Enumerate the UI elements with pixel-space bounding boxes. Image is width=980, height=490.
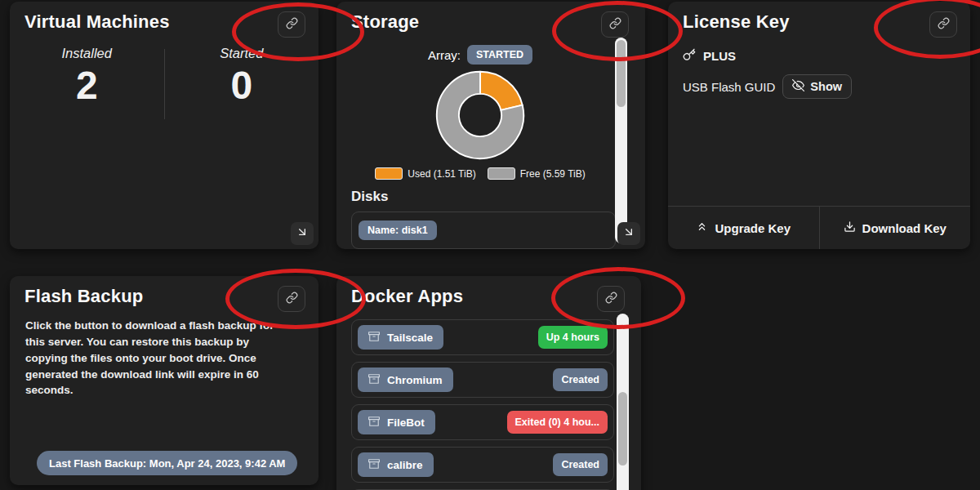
docker-apps-link-button[interactable] bbox=[597, 286, 625, 312]
vm-started-label: Started bbox=[165, 46, 319, 61]
docker-apps-card: Docker Apps Tailscale Up 4 hours Chromiu… bbox=[336, 276, 641, 490]
array-status-badge: STARTED bbox=[467, 45, 532, 65]
docker-app-status-badge: Exited (0) 4 hou... bbox=[507, 411, 608, 434]
docker-app-name: FileBot bbox=[387, 416, 425, 429]
storage-link-button[interactable] bbox=[601, 11, 629, 38]
arrow-down-right-icon bbox=[296, 225, 309, 242]
key-icon bbox=[683, 48, 696, 64]
container-icon bbox=[368, 458, 380, 472]
docker-app-row: Tailscale Up 4 hours bbox=[351, 319, 614, 355]
download-key-label: Download Key bbox=[862, 221, 947, 235]
virtual-machines-title: Virtual Machines bbox=[24, 11, 170, 33]
eye-off-icon bbox=[792, 79, 804, 94]
docker-app-status-badge: Created bbox=[553, 453, 608, 476]
docker-apps-title: Docker Apps bbox=[351, 286, 463, 307]
license-key-title: License Key bbox=[683, 11, 790, 33]
storage-resize-handle[interactable] bbox=[617, 222, 640, 245]
vm-installed-value: 2 bbox=[10, 66, 164, 105]
docker-apps-list: Tailscale Up 4 hours Chromium Created Fi… bbox=[351, 319, 614, 490]
disk-row: Name: disk1 bbox=[351, 212, 616, 249]
link-icon bbox=[605, 292, 617, 306]
flash-backup-title: Flash Backup bbox=[24, 286, 143, 307]
guid-label: USB Flash GUID bbox=[683, 80, 775, 94]
vm-resize-handle[interactable] bbox=[291, 222, 314, 245]
vm-installed-label: Installed bbox=[10, 46, 164, 61]
chevrons-up-icon bbox=[696, 220, 708, 235]
legend-used-swatch bbox=[375, 167, 403, 180]
storage-donut-chart bbox=[336, 68, 624, 166]
donut-used-slice bbox=[480, 72, 523, 110]
legend-free-swatch bbox=[488, 167, 515, 180]
array-label: Array: bbox=[428, 48, 461, 62]
vm-installed-column: Installed 2 bbox=[10, 46, 164, 119]
docker-app-chromium[interactable]: Chromium bbox=[358, 368, 453, 392]
flash-backup-description: Click the button to download a flash bac… bbox=[25, 318, 286, 399]
docker-app-status-badge: Created bbox=[553, 368, 608, 391]
legend-free-label: Free (5.59 TiB) bbox=[520, 168, 586, 180]
link-icon bbox=[938, 17, 950, 32]
virtual-machines-card: Virtual Machines Installed 2 Started 0 bbox=[10, 2, 318, 249]
upgrade-key-label: Upgrade Key bbox=[715, 221, 791, 235]
docker-app-tailscale[interactable]: Tailscale bbox=[358, 325, 443, 350]
vm-started-value: 0 bbox=[165, 66, 319, 105]
docker-app-name: Tailscale bbox=[387, 332, 433, 344]
link-icon bbox=[286, 17, 298, 32]
docker-app-row: FileBot Exited (0) 4 hou... bbox=[351, 404, 614, 440]
show-button-label: Show bbox=[810, 80, 842, 93]
download-key-button[interactable]: Download Key bbox=[819, 207, 971, 249]
flash-backup-link-button[interactable] bbox=[278, 286, 305, 312]
docker-scrollbar-thumb[interactable] bbox=[618, 392, 627, 466]
docker-app-calibre[interactable]: calibre bbox=[358, 452, 434, 477]
container-icon bbox=[368, 331, 380, 345]
disk-name-badge: Name: disk1 bbox=[359, 220, 437, 240]
last-flash-backup-badge: Last Flash Backup: Mon, Apr 24, 2023, 9:… bbox=[37, 451, 297, 475]
docker-app-status-badge: Up 4 hours bbox=[538, 326, 608, 349]
docker-app-name: calibre bbox=[387, 459, 423, 471]
docker-app-row: Chromium Created bbox=[351, 362, 614, 398]
license-tier-label: PLUS bbox=[703, 49, 736, 63]
disks-heading: Disks bbox=[351, 189, 645, 205]
flash-backup-card: Flash Backup Click the button to downloa… bbox=[10, 276, 318, 485]
docker-app-name: Chromium bbox=[387, 374, 443, 386]
download-icon bbox=[844, 220, 856, 235]
arrow-down-right-icon bbox=[622, 225, 635, 242]
docker-app-filebot[interactable]: FileBot bbox=[358, 410, 435, 434]
donut-legend: Used (1.51 TiB) Free (5.59 TiB) bbox=[336, 167, 624, 180]
storage-scrollbar-thumb[interactable] bbox=[617, 40, 626, 107]
license-key-card: License Key PLUS USB Flash GUID Show Upg… bbox=[668, 2, 970, 249]
virtual-machines-link-button[interactable] bbox=[278, 11, 305, 38]
link-icon bbox=[286, 292, 298, 306]
storage-card: Storage Array: STARTED Used (1.51 TiB) F… bbox=[336, 2, 645, 249]
link-icon bbox=[609, 17, 621, 32]
container-icon bbox=[368, 416, 380, 430]
vm-started-column: Started 0 bbox=[165, 46, 319, 119]
legend-used-label: Used (1.51 TiB) bbox=[408, 168, 475, 180]
docker-app-row: calibre Created bbox=[351, 447, 614, 483]
storage-title: Storage bbox=[351, 11, 419, 33]
license-key-link-button[interactable] bbox=[929, 11, 957, 38]
show-guid-button[interactable]: Show bbox=[782, 74, 852, 99]
container-icon bbox=[368, 373, 380, 387]
upgrade-key-button[interactable]: Upgrade Key bbox=[668, 207, 819, 249]
